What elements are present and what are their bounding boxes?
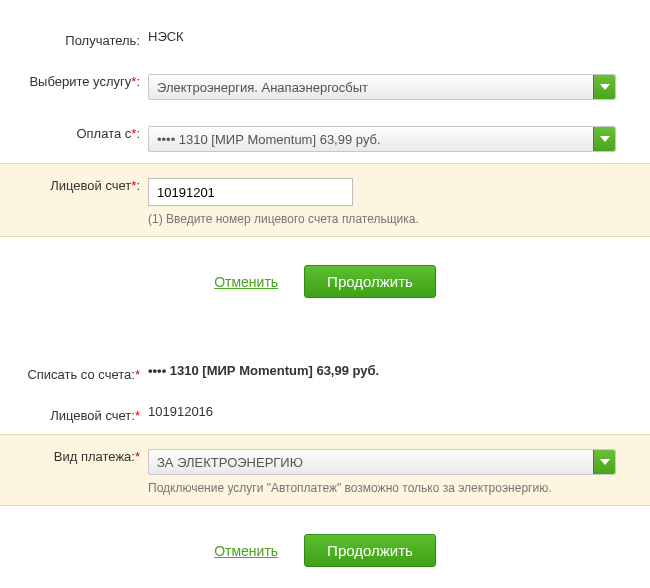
pay-from-select[interactable]: •••• 1310 [МИР Momentum] 63,99 руб. <box>148 126 616 152</box>
pay-from-select-value: •••• 1310 [МИР Momentum] 63,99 руб. <box>157 132 381 147</box>
service-row: Выберите услугу*: Электроэнергия. Анапаэ… <box>0 59 650 111</box>
payment-type-hint: Подключение услуги "Автоплатеж" возможно… <box>148 481 642 495</box>
recipient-label: Получатель: <box>8 29 148 48</box>
payment-type-row: Вид платежа:* ЗА ЭЛЕКТРОЭНЕРГИЮ Подключе… <box>0 434 650 506</box>
account-label: Лицевой счет*: <box>8 174 148 193</box>
form1-actions: Отменить Продолжить <box>0 237 650 322</box>
recipient-row: Получатель: НЭСК <box>0 18 650 59</box>
form2-actions: Отменить Продолжить <box>0 506 650 588</box>
chevron-down-icon <box>593 127 615 151</box>
pay-from-label: Оплата с*: <box>8 122 148 141</box>
writeoff-label: Списать со счета:* <box>8 363 148 382</box>
continue-button[interactable]: Продолжить <box>304 265 436 298</box>
cancel-link[interactable]: Отменить <box>214 274 278 290</box>
service-select[interactable]: Электроэнергия. Анапаэнергосбыт <box>148 74 616 100</box>
account2-row: Лицевой счет:* 101912016 <box>0 393 650 434</box>
payment-type-label: Вид платежа:* <box>8 445 148 464</box>
service-label: Выберите услугу*: <box>8 70 148 89</box>
cancel-link[interactable]: Отменить <box>214 543 278 559</box>
account2-value: 101912016 <box>148 404 642 419</box>
account-row: Лицевой счет*: (1) Введите номер лицевог… <box>0 163 650 237</box>
chevron-down-icon <box>593 75 615 99</box>
writeoff-row: Списать со счета:* •••• 1310 [МИР Moment… <box>0 352 650 393</box>
writeoff-value: •••• 1310 [МИР Momentum] 63,99 руб. <box>148 363 642 378</box>
payment-form-step2: Списать со счета:* •••• 1310 [МИР Moment… <box>0 352 650 588</box>
continue-button[interactable]: Продолжить <box>304 534 436 567</box>
pay-from-row: Оплата с*: •••• 1310 [МИР Momentum] 63,9… <box>0 111 650 163</box>
payment-form-step1: Получатель: НЭСК Выберите услугу*: Элект… <box>0 18 650 322</box>
account-input[interactable] <box>148 178 353 206</box>
payment-type-select-value: ЗА ЭЛЕКТРОЭНЕРГИЮ <box>157 455 303 470</box>
account2-label: Лицевой счет:* <box>8 404 148 423</box>
account-hint: (1) Введите номер лицевого счета платель… <box>148 212 642 226</box>
payment-type-select[interactable]: ЗА ЭЛЕКТРОЭНЕРГИЮ <box>148 449 616 475</box>
recipient-value: НЭСК <box>148 29 642 44</box>
service-select-value: Электроэнергия. Анапаэнергосбыт <box>157 80 368 95</box>
chevron-down-icon <box>593 450 615 474</box>
